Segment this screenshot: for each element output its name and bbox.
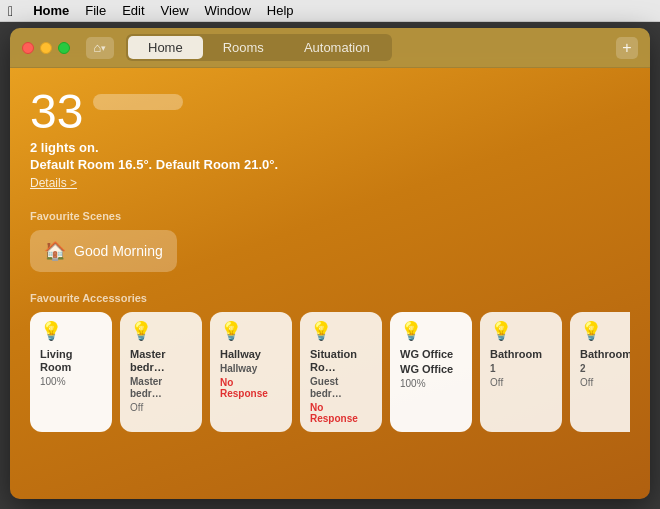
home-nav-button[interactable]: ⌂ ▾ [86, 37, 114, 59]
accessory-status-bathroom-1: Off [490, 377, 552, 388]
accessory-status-master-bedroom: Off [130, 402, 192, 413]
accessory-name-living-room: Living Room [40, 348, 102, 374]
bulb-icon-living-room: 💡 [40, 320, 102, 342]
temperature-status: Default Room 16.5°. Default Room 21.0°. [30, 157, 630, 172]
menu-view[interactable]: View [161, 3, 189, 18]
accessory-name-hallway: Hallway [220, 348, 282, 361]
accessory-name-bathroom-1: Bathroom [490, 348, 552, 361]
app-window: ⌂ ▾ Home Rooms Automation + 33 2 lights … [10, 28, 650, 499]
temperature-value: 33 [30, 88, 83, 136]
scenes-row: 🏠 Good Morning [30, 230, 630, 272]
menu-home[interactable]: Home [33, 3, 69, 18]
scene-good-morning[interactable]: 🏠 Good Morning [30, 230, 177, 272]
temperature-display: 33 [30, 88, 630, 136]
accessory-subname-hallway: Hallway [220, 363, 282, 375]
tab-group: Home Rooms Automation [126, 34, 392, 61]
bulb-icon-bathroom-1: 💡 [490, 320, 552, 342]
tab-home[interactable]: Home [128, 36, 203, 59]
accessory-bathroom-2[interactable]: 💡 Bathroom 2 Off [570, 312, 630, 432]
apple-menu[interactable]:  [8, 3, 13, 19]
accessory-status-bathroom-2: Off [580, 377, 630, 388]
traffic-lights [22, 42, 70, 54]
accessory-bathroom-1[interactable]: 💡 Bathroom 1 Off [480, 312, 562, 432]
accessory-status-hallway: No Response [220, 377, 282, 399]
tab-automation[interactable]: Automation [284, 36, 390, 59]
chevron-down-icon: ▾ [101, 43, 106, 53]
menu-file[interactable]: File [85, 3, 106, 18]
accessory-status-living-room: 100% [40, 376, 102, 387]
menu-bar:  Home File Edit View Window Help [0, 0, 660, 22]
bulb-icon-hallway: 💡 [220, 320, 282, 342]
title-bar: ⌂ ▾ Home Rooms Automation + [10, 28, 650, 68]
maximize-button[interactable] [58, 42, 70, 54]
details-link[interactable]: Details > [30, 176, 630, 190]
bulb-icon-situation-room: 💡 [310, 320, 372, 342]
accessory-status-situation-room: No Response [310, 402, 372, 424]
accessory-subname-situation-room: Guest bedr… [310, 376, 372, 400]
accessory-subname-bathroom-1: 1 [490, 363, 552, 375]
menu-edit[interactable]: Edit [122, 3, 144, 18]
accessory-hallway[interactable]: 💡 Hallway Hallway No Response [210, 312, 292, 432]
accessory-name-master-bedroom: Master bedr… [130, 348, 192, 374]
accessories-label: Favourite Accessories [30, 292, 630, 304]
scene-icon: 🏠 [44, 240, 66, 262]
menu-help[interactable]: Help [267, 3, 294, 18]
accessory-living-room[interactable]: 💡 Living Room 100% [30, 312, 112, 432]
close-button[interactable] [22, 42, 34, 54]
scene-name: Good Morning [74, 243, 163, 259]
accessory-wg-office[interactable]: 💡 WG Office WG Office 100% [390, 312, 472, 432]
minimize-button[interactable] [40, 42, 52, 54]
scenes-label: Favourite Scenes [30, 210, 630, 222]
accessory-name-wg-office: WG Office [400, 348, 462, 361]
accessory-status-wg-office: 100% [400, 378, 462, 389]
bulb-icon-master-bedroom: 💡 [130, 320, 192, 342]
accessory-subname-wg-office: WG Office [400, 363, 462, 376]
accessory-subname-bathroom-2: 2 [580, 363, 630, 375]
bulb-icon-wg-office: 💡 [400, 320, 462, 342]
accessory-name-bathroom-2: Bathroom [580, 348, 630, 361]
tab-rooms[interactable]: Rooms [203, 36, 284, 59]
accessory-situation-room[interactable]: 💡 Situation Ro… Guest bedr… No Response [300, 312, 382, 432]
accessory-name-situation-room: Situation Ro… [310, 348, 372, 374]
menu-window[interactable]: Window [205, 3, 251, 18]
add-button[interactable]: + [616, 37, 638, 59]
home-icon: ⌂ [94, 40, 102, 55]
accessory-subname-master-bedroom: Master bedr… [130, 376, 192, 400]
lights-status: 2 lights on. [30, 140, 630, 155]
bulb-icon-bathroom-2: 💡 [580, 320, 630, 342]
accessories-row: 💡 Living Room 100% 💡 Master bedr… Master… [30, 312, 630, 432]
accessory-master-bedroom[interactable]: 💡 Master bedr… Master bedr… Off [120, 312, 202, 432]
temperature-badge [93, 94, 183, 110]
main-content: 33 2 lights on. Default Room 16.5°. Defa… [10, 68, 650, 499]
